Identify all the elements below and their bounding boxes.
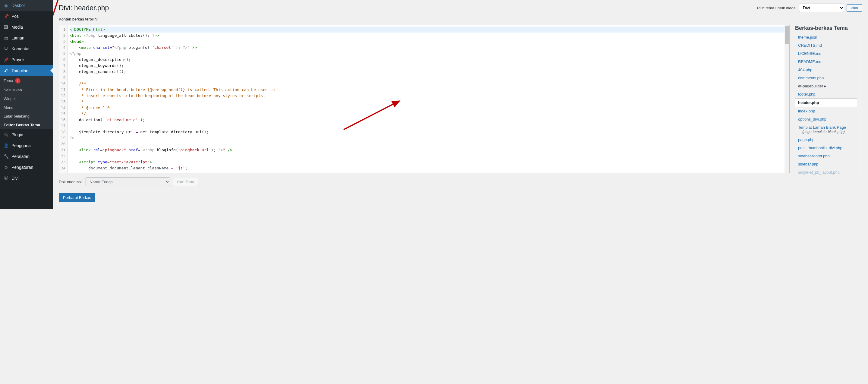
brush-icon: 🖌: [3, 67, 9, 73]
sidebar-item-pos[interactable]: 📌Pos: [0, 11, 53, 22]
comment-icon: 🗨: [3, 46, 9, 52]
submenu-widget[interactable]: Widget: [0, 94, 53, 103]
file-item-sidebar-php[interactable]: sidebar.php: [795, 160, 857, 168]
user-icon: 👤: [3, 142, 9, 149]
update-badge: 1: [15, 78, 21, 84]
file-item-404-php[interactable]: 404.php: [795, 66, 857, 74]
sidebar-item-proyek[interactable]: 📌Proyek: [0, 54, 53, 65]
editor-scroll-thumb[interactable]: [785, 26, 789, 44]
file-item-single-et-pb-layout-php[interactable]: single-et_pb_layout.php: [795, 168, 857, 176]
sidebar-item-pengguna[interactable]: 👤Pengguna: [0, 140, 53, 151]
file-item-post-thumbnails-divi-php[interactable]: post_thumbnails_divi.php: [795, 144, 857, 152]
file-item-templat-laman-blank-page[interactable]: Templat Laman Blank Page(page-template-b…: [795, 123, 857, 136]
admin-sidebar: ◉Dasbor 📌Pos 🖾Media ▤Laman 🗨Komentar 📌Pr…: [0, 0, 53, 209]
sidebar-item-plugin[interactable]: 🔌Plugin: [0, 129, 53, 140]
submenu-sesuaikan[interactable]: Sesuaikan: [0, 86, 53, 94]
dashboard-icon: ◉: [3, 2, 9, 8]
page-icon: ▤: [3, 35, 9, 41]
theme-select[interactable]: Divi: [799, 4, 844, 12]
settings-icon: ⚙: [3, 164, 9, 170]
pin-icon: 📌: [3, 13, 9, 19]
sidebar-item-divi[interactable]: ⒹDivi: [0, 173, 53, 184]
file-item-comments-php[interactable]: comments.php: [795, 74, 857, 82]
wrench-icon: 🔧: [3, 153, 9, 159]
divi-icon: Ⓓ: [3, 175, 9, 181]
sidebar-item-tampilan[interactable]: 🖌Tampilan: [0, 65, 53, 76]
main-content: Divi: header.php Pilih tema untuk diedit…: [53, 0, 868, 209]
editor-scrollbar[interactable]: [784, 25, 789, 173]
file-item-license-md[interactable]: LICENSE.md: [795, 50, 857, 58]
update-file-button[interactable]: Perbarui Berkas: [59, 193, 95, 202]
doc-label: Dokumentasi:: [59, 180, 83, 184]
svg-line-1: [53, 0, 58, 81]
theme-files-title: Berkas-berkas Tema: [795, 25, 862, 31]
submenu-editor-berkas[interactable]: Editor Berkas Tema: [0, 121, 53, 129]
sidebar-item-pengaturan[interactable]: ⚙Pengaturan: [0, 162, 53, 173]
sidebar-submenu: Tema1 Sesuaikan Widget Menu Latar belaka…: [0, 76, 53, 129]
theme-select-label: Pilih tema untuk diedit:: [757, 6, 797, 10]
file-item-sidebar-footer-php[interactable]: sidebar-footer.php: [795, 152, 857, 160]
pin-icon: 📌: [3, 57, 9, 63]
select-theme-button[interactable]: Pilih: [846, 4, 862, 12]
submenu-menu[interactable]: Menu: [0, 103, 53, 112]
sidebar-item-peralatan[interactable]: 🔧Peralatan: [0, 151, 53, 162]
line-gutter: 123456789101112131415161718192021222324: [59, 25, 68, 173]
sidebar-item-media[interactable]: 🖾Media: [0, 22, 53, 33]
doc-function-select[interactable]: Nama Fungsi...: [86, 178, 170, 186]
plugin-icon: 🔌: [3, 132, 9, 138]
file-item-readme-md[interactable]: README.md: [795, 58, 857, 66]
submenu-latar[interactable]: Latar belakang: [0, 112, 53, 121]
theme-file-list: theme.jsonCREDITS.mdLICENSE.mdREADME.md4…: [795, 33, 862, 176]
submenu-tema[interactable]: Tema1: [0, 76, 53, 86]
file-item-header-php[interactable]: header.php: [795, 98, 857, 107]
media-icon: 🖾: [3, 24, 9, 30]
sidebar-item-komentar[interactable]: 🗨Komentar: [0, 43, 53, 54]
doc-lookup-button[interactable]: Cari Tahu: [173, 178, 198, 186]
sidebar-item-laman[interactable]: ▤Laman: [0, 33, 53, 43]
file-item-et-pagebuilder[interactable]: et-pagebuilder: [795, 82, 857, 90]
file-item-page-php[interactable]: page.php: [795, 136, 857, 144]
file-item-options-divi-php[interactable]: options_divi.php: [795, 115, 857, 123]
page-title: Divi: header.php: [59, 4, 109, 12]
sidebar-item-dasbor[interactable]: ◉Dasbor: [0, 0, 53, 11]
code-body[interactable]: <!DOCTYPE html><html <?php language_attr…: [68, 25, 789, 173]
content-subheading: Konten berkas terpilih:: [59, 17, 862, 22]
file-item-index-php[interactable]: index.php: [795, 107, 857, 115]
file-item-footer-php[interactable]: footer.php: [795, 90, 857, 98]
code-editor[interactable]: 123456789101112131415161718192021222324 …: [59, 25, 789, 173]
file-item-theme-json[interactable]: theme.json: [795, 33, 857, 41]
file-item-credits-md[interactable]: CREDITS.md: [795, 41, 857, 50]
file-scroll-thumb[interactable]: [858, 96, 861, 148]
